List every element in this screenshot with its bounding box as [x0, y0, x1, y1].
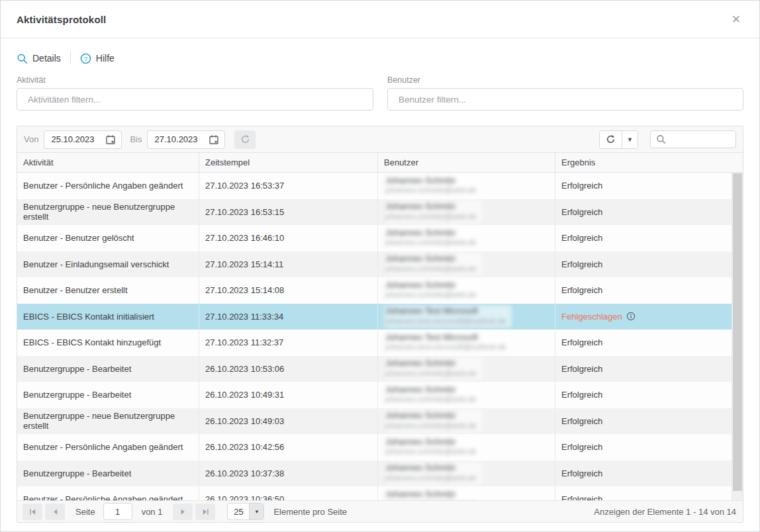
table-row[interactable]: Benutzer - Persönliche Angaben geändert2… — [17, 173, 732, 199]
activity-cell: Benutzergruppe - Bearbeitet — [17, 356, 199, 382]
help-icon: ? — [80, 53, 91, 64]
table-row[interactable]: EBICS - EBICS Kontakt hinzugefügt27.10.2… — [17, 330, 732, 356]
page-count-label: von 1 — [142, 507, 163, 517]
table-row[interactable]: Benutzergruppe - Bearbeitet26.10.2023 10… — [17, 461, 732, 487]
table-row[interactable]: Benutzer - Benutzer gelöscht27.10.2023 1… — [17, 225, 732, 251]
user-blurred-text: Johannes Schmitzjohannes.schmitz@web.de — [384, 175, 482, 197]
activity-cell: Benutzergruppe - neue Benutzergruppe ers… — [17, 408, 199, 435]
activity-filter-group: Aktivität — [17, 75, 373, 111]
dialog-titlebar: Aktivitätsprotokoll ✕ — [1, 1, 759, 38]
grid-search-box — [650, 130, 736, 148]
prev-page-icon[interactable] — [45, 504, 65, 520]
timestamp-cell: 27.10.2023 15:14:11 — [199, 251, 378, 278]
result-cell: Erfolgreich — [555, 199, 732, 226]
user-filter-input[interactable] — [387, 88, 743, 111]
page-number-input[interactable] — [103, 503, 132, 520]
table-row[interactable]: Benutzergruppe - Bearbeitet26.10.2023 10… — [17, 356, 732, 382]
result-cell: Erfolgreich — [555, 225, 732, 251]
user-blurred-text: Johannes Schmitzjohannes.schmitz@web.de — [384, 253, 482, 275]
result-label: Fehlgeschlagen — [561, 312, 622, 322]
apply-daterange-refresh-icon[interactable] — [234, 130, 256, 149]
bis-date-value: 27.10.2023 — [154, 134, 207, 144]
page-size-select[interactable]: 25 ▼ — [227, 503, 264, 520]
table-row[interactable]: Benutzer - Persönliche Angaben geändert2… — [17, 486, 732, 500]
table-row[interactable]: Benutzer - Einladungsemail verschickt27.… — [17, 251, 732, 278]
close-icon[interactable]: ✕ — [729, 11, 743, 28]
activity-cell: Benutzergruppe - Bearbeitet — [17, 382, 199, 408]
result-label: Erfolgreich — [561, 181, 602, 191]
user-email: johannes.schmitz@web.de — [385, 212, 477, 222]
user-name: Johannes Schmitz — [385, 384, 477, 395]
result-label: Erfolgreich — [561, 364, 602, 375]
scrollbar-thumb[interactable] — [733, 173, 742, 491]
refresh-split-button: ▼ — [599, 130, 638, 149]
user-name: Johannes Schmitz — [385, 410, 477, 421]
pager: Seite von 1 25 ▼ Elemente pro Seite Anze… — [17, 500, 743, 522]
result-label: Erfolgreich — [561, 442, 602, 453]
user-blurred-text: Johannes Schmitzjohannes.schmitz@web.de — [384, 488, 482, 500]
column-header[interactable]: Zeitstempel — [199, 153, 378, 172]
user-cell: Johannes Schmitzjohannes.schmitz@web.de — [378, 408, 555, 435]
user-email: johannes.schmitz@web.de — [385, 238, 477, 248]
user-cell: Johannes Schmitzjohannes.schmitz@web.de — [378, 225, 555, 251]
result-label: Erfolgreich — [561, 390, 602, 400]
column-header[interactable]: Aktivität — [17, 153, 199, 172]
table-row[interactable]: Benutzer - Benutzer erstellt27.10.2023 1… — [17, 277, 732, 304]
details-button[interactable]: Details — [17, 53, 61, 64]
table-row[interactable]: Benutzergruppe - Bearbeitet26.10.2023 10… — [17, 382, 732, 408]
timestamp-cell: 26.10.2023 10:36:50 — [199, 486, 378, 500]
table-row[interactable]: Benutzergruppe - neue Benutzergruppe ers… — [17, 408, 732, 435]
table-body: Benutzer - Persönliche Angaben geändert2… — [17, 173, 732, 500]
result-label: Erfolgreich — [561, 337, 602, 348]
user-name: Johannes Schmitz — [385, 358, 477, 369]
vertical-scrollbar[interactable] — [732, 173, 743, 500]
dialog-content: Details ? Hilfe Aktivität Benutzer Von — [1, 38, 759, 531]
info-icon[interactable] — [626, 312, 636, 321]
table-row[interactable]: Benutzergruppe - neue Benutzergruppe ers… — [17, 199, 732, 226]
refresh-icon[interactable] — [600, 131, 622, 148]
user-name: Johannes Test Microsoft — [385, 332, 506, 343]
user-email: johannes.schmitz@web.de — [385, 369, 477, 379]
activity-filter-input[interactable] — [17, 88, 373, 111]
user-blurred-text: Johannes Schmitzjohannes.schmitz@web.de — [384, 384, 482, 406]
user-email: johannes.schmitz@web.de — [385, 185, 477, 196]
result-cell: Erfolgreich — [555, 461, 732, 487]
activity-grid: Von 25.10.2023 Bis 27.10.2023 — [17, 126, 743, 523]
von-calendar-icon[interactable] — [104, 133, 117, 146]
user-name: Johannes Schmitz — [385, 463, 477, 473]
activity-cell: Benutzer - Benutzer gelöscht — [17, 225, 199, 251]
result-label: Erfolgreich — [561, 494, 602, 500]
user-name: Johannes Test Microsoft — [385, 306, 506, 316]
user-name: Johannes Schmitz — [385, 280, 477, 290]
user-email: johannes.schmitz@web.de — [385, 394, 477, 405]
table-row[interactable]: Benutzer - Persönliche Angaben geändert2… — [17, 434, 732, 461]
von-date-input[interactable]: 25.10.2023 — [44, 130, 122, 149]
first-page-icon[interactable] — [23, 504, 42, 520]
result-label: Erfolgreich — [561, 233, 602, 244]
refresh-dropdown-caret-icon[interactable]: ▼ — [622, 131, 638, 148]
result-cell: Erfolgreich — [555, 330, 732, 356]
activity-cell: Benutzergruppe - Bearbeitet — [17, 461, 199, 487]
user-blurred-text: Johannes Schmitzjohannes.schmitz@web.de — [384, 279, 482, 302]
next-page-icon[interactable] — [173, 504, 193, 520]
user-email: johannes.schmitz@web.de — [385, 421, 477, 431]
user-cell: Johannes Test Microsoftjohannes.test.mic… — [378, 304, 555, 330]
page-label: Seite — [75, 507, 95, 517]
timestamp-cell: 27.10.2023 16:53:15 — [199, 199, 378, 226]
bis-date-input[interactable]: 27.10.2023 — [147, 130, 225, 149]
result-label: Erfolgreich — [561, 468, 602, 479]
activity-cell: Benutzer - Persönliche Angaben geändert — [17, 173, 199, 199]
column-header[interactable]: Benutzer — [378, 153, 555, 172]
user-email: johannes.schmitz@web.de — [385, 499, 477, 500]
timestamp-cell: 27.10.2023 16:46:10 — [199, 225, 378, 251]
grid-search-input[interactable] — [670, 134, 730, 144]
column-header[interactable]: Ergebnis — [555, 153, 732, 172]
timestamp-cell: 27.10.2023 11:33:34 — [199, 304, 378, 330]
last-page-icon[interactable] — [195, 504, 215, 520]
bis-calendar-icon[interactable] — [207, 133, 220, 146]
table-row[interactable]: EBICS - EBICS Kontakt initialisiert27.10… — [17, 304, 732, 330]
user-blurred-text: Johannes Schmitzjohannes.schmitz@web.de — [384, 410, 482, 432]
chevron-down-icon: ▼ — [249, 504, 263, 519]
timestamp-cell: 26.10.2023 10:42:56 — [199, 434, 378, 461]
help-button[interactable]: ? Hilfe — [80, 53, 115, 64]
